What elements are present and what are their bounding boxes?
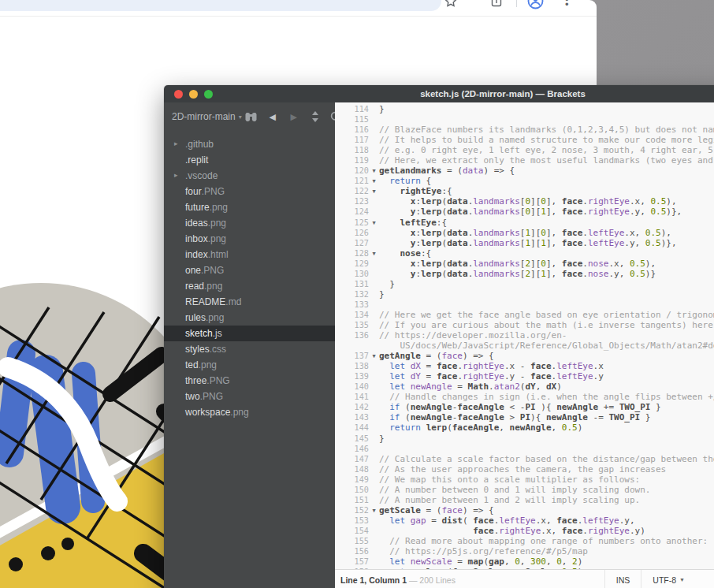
code-text: y:lerp(data.landmarks[2][1], face.nose.y…: [379, 269, 656, 279]
code-line[interactable]: 132}: [335, 289, 714, 300]
code-line[interactable]: 128▼ nose:{: [335, 248, 714, 259]
bookmark-star-icon[interactable]: [444, 0, 458, 9]
code-line[interactable]: 126 x:lerp(data.landmarks[1][0], face.le…: [335, 228, 714, 238]
file-tree-item[interactable]: ideas.png: [164, 215, 335, 231]
code-line[interactable]: 133: [335, 300, 714, 310]
code-line[interactable]: 131 }: [335, 279, 714, 289]
file-tree-item[interactable]: inbox.png: [164, 231, 335, 247]
code-text: face.rightEye.x, face.rightEye.y): [379, 526, 645, 536]
close-button[interactable]: [174, 90, 183, 99]
code-line[interactable]: 143 if (newAngle-faceAngle > PI){ newAng…: [335, 412, 714, 422]
file-tree-item[interactable]: future.png: [164, 199, 335, 215]
file-tree-folder[interactable]: ▸.vscode: [164, 168, 335, 184]
file-tree-item[interactable]: one.PNG: [164, 262, 335, 278]
code-line[interactable]: 123 x:lerp(data.landmarks[0][0], face.ri…: [335, 196, 714, 207]
fold-arrow-icon[interactable]: ▼: [369, 351, 379, 361]
fold-arrow-icon[interactable]: ▼: [369, 186, 379, 196]
back-arrow-icon[interactable]: ◀: [266, 111, 279, 123]
file-tree-item[interactable]: README.md: [164, 294, 335, 310]
line-number: 141: [335, 392, 369, 402]
code-line[interactable]: 154 face.rightEye.x, face.rightEye.y): [335, 526, 714, 536]
fold-arrow-icon[interactable]: ▼: [369, 505, 379, 515]
code-line[interactable]: US/docs/Web/JavaScript/Reference/Global_…: [335, 341, 714, 351]
code-line[interactable]: 130 y:lerp(data.landmarks[2][1], face.no…: [335, 269, 714, 279]
minimize-button[interactable]: [189, 90, 198, 99]
file-tree-item[interactable]: styles.css: [164, 341, 335, 357]
code-line[interactable]: 136// https://developer.mozilla.org/en-: [335, 330, 714, 341]
window-titlebar[interactable]: sketch.js (2D-mirror-main) — Brackets: [164, 85, 714, 102]
menu-dots-icon[interactable]: •••: [565, 0, 569, 7]
code-line[interactable]: 156 // https://p5js.org/reference/#/p5/m…: [335, 546, 714, 556]
code-line[interactable]: 145}: [335, 434, 714, 444]
file-tree-item[interactable]: .replit: [164, 152, 335, 168]
file-tree-item[interactable]: three.PNG: [164, 373, 335, 389]
code-line[interactable]: 116// BlazeFace numbers its landmarks (0…: [335, 125, 714, 135]
code-line[interactable]: 150// A number between 0 and 1 will impl…: [335, 485, 714, 495]
project-dropdown[interactable]: 2D-mirror-main: [172, 111, 236, 122]
code-line[interactable]: 135// If you are curious about the math …: [335, 320, 714, 330]
code-line[interactable]: 127 y:lerp(data.landmarks[1][1], face.le…: [335, 238, 714, 248]
profile-avatar-icon[interactable]: [527, 0, 544, 9]
file-tree-item[interactable]: sketch.js: [164, 326, 335, 341]
code-line[interactable]: 141 // Handle changes in sign (i.e. when…: [335, 392, 714, 402]
line-number: 138: [335, 361, 369, 371]
code-line[interactable]: 152▼getScale = (face) => {: [335, 505, 714, 515]
code-line[interactable]: 129 x:lerp(data.landmarks[2][0], face.no…: [335, 259, 714, 269]
code-line[interactable]: 118// e.g. 0 right eye, 1 left eye, 2 no…: [335, 145, 714, 155]
file-tree-item[interactable]: four.PNG: [164, 184, 335, 199]
folder-disclosure-icon[interactable]: ▸: [174, 171, 178, 179]
binoculars-icon[interactable]: [245, 111, 258, 123]
code-line[interactable]: 144 return lerp(faceAngle, newAngle, 0.5…: [335, 422, 714, 433]
share-icon[interactable]: [490, 0, 503, 8]
code-line[interactable]: 157 let newScale = map(gap, 0, 300, 0, 2…: [335, 556, 714, 567]
code-line[interactable]: 122▼ rightEye:{: [335, 186, 714, 196]
fold-arrow-icon[interactable]: ▼: [369, 248, 379, 259]
code-line[interactable]: 151// A number between 1 and 2 will impl…: [335, 495, 714, 505]
code-text: // Read more about mapping one range of …: [379, 536, 708, 546]
encoding-selector[interactable]: UTF-8 ▼: [641, 570, 696, 588]
code-editor[interactable]: 114}115116// BlazeFace numbers its landm…: [335, 102, 714, 569]
code-line[interactable]: 114}: [335, 104, 714, 114]
file-tree-folder[interactable]: ▸.github: [164, 136, 335, 152]
code-line[interactable]: 149// We map this onto a scale multiplie…: [335, 474, 714, 485]
code-line[interactable]: 140 let newAngle = Math.atan2(dY, dX): [335, 381, 714, 392]
file-tree-item[interactable]: read.png: [164, 278, 335, 294]
file-tree-item[interactable]: ted.png: [164, 357, 335, 373]
zoom-button[interactable]: [204, 90, 213, 99]
code-line[interactable]: 119// Here, we extract only the most use…: [335, 155, 714, 166]
code-line[interactable]: 142 if (newAngle-faceAngle < -PI ){ newA…: [335, 402, 714, 412]
code-line[interactable]: 124 y:lerp(data.landmarks[0][1], face.ri…: [335, 207, 714, 217]
line-number: 137: [335, 351, 369, 361]
file-name: .replit: [185, 154, 208, 166]
code-line[interactable]: 153 let gap = dist( face.leftEye.x, face…: [335, 515, 714, 526]
code-line[interactable]: 120▼getLandmarks = (data) => {: [335, 166, 714, 176]
code-line[interactable]: 137▼getAngle = (face) => {: [335, 351, 714, 361]
code-line[interactable]: 134// Here we get the face angle based o…: [335, 310, 714, 320]
file-tree-item[interactable]: workspace.png: [164, 404, 335, 420]
code-line[interactable]: 125▼ leftEye:{: [335, 218, 714, 228]
code-line[interactable]: 117// It helps to build a named structur…: [335, 135, 714, 145]
fold-arrow-icon[interactable]: ▼: [369, 166, 379, 176]
file-tree-item[interactable]: two.PNG: [164, 389, 335, 404]
address-bar[interactable]: [0, 0, 441, 11]
file-tree-item[interactable]: index.html: [164, 247, 335, 262]
forward-arrow-icon[interactable]: ▶: [288, 111, 300, 123]
fold-gutter: [369, 392, 379, 402]
code-line[interactable]: 146: [335, 444, 714, 454]
folder-disclosure-icon[interactable]: ▸: [174, 140, 178, 147]
split-view-icon[interactable]: [309, 111, 322, 123]
code-line[interactable]: 115: [335, 114, 714, 125]
code-line[interactable]: 121▼ return {: [335, 176, 714, 186]
fold-arrow-icon[interactable]: ▼: [369, 218, 379, 228]
line-number: 129: [335, 259, 369, 269]
code-line[interactable]: 147// Calculate a scale factor based on …: [335, 454, 714, 464]
file-tree-item[interactable]: rules.png: [164, 310, 335, 326]
code-line[interactable]: 138 let dX = face.rightEye.x - face.left…: [335, 361, 714, 371]
line-number: 131: [335, 279, 369, 289]
overwrite-mode-toggle[interactable]: INS: [604, 570, 641, 588]
fold-arrow-icon[interactable]: ▼: [369, 176, 379, 186]
code-line[interactable]: 155 // Read more about mapping one range…: [335, 536, 714, 546]
fold-gutter: [369, 444, 379, 454]
code-line[interactable]: 148// As the user approaches the camera,…: [335, 464, 714, 474]
code-line[interactable]: 139 let dY = face.rightEye.y - face.left…: [335, 371, 714, 381]
